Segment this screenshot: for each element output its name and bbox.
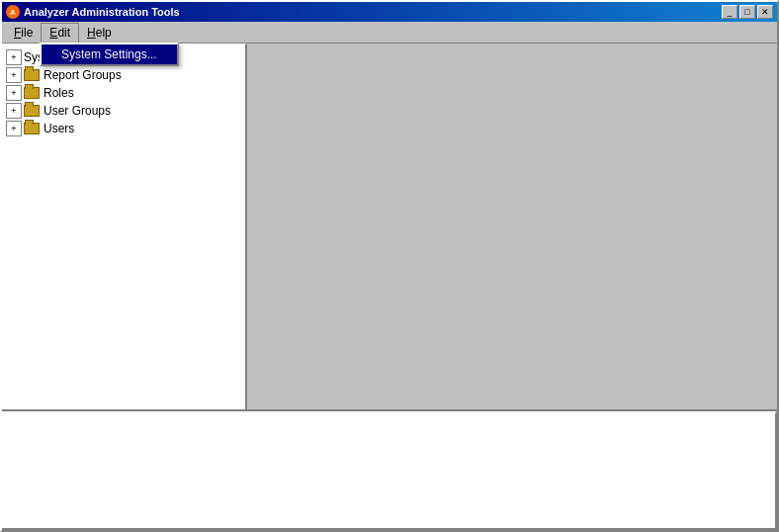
main-content: + System Settings... + Report Groups + R… xyxy=(2,44,777,530)
expand-users[interactable]: + xyxy=(6,121,22,136)
left-panel: + System Settings... + Report Groups + R… xyxy=(2,44,247,411)
folder-icon-users xyxy=(24,123,40,134)
split-area: + System Settings... + Report Groups + R… xyxy=(2,44,777,411)
minimize-button[interactable]: _ xyxy=(722,5,737,19)
tree-item-user-groups[interactable]: + User Groups xyxy=(2,102,245,120)
tree-item-report-groups[interactable]: + Report Groups xyxy=(2,66,245,84)
right-panel xyxy=(247,44,777,411)
app-icon-letter: A xyxy=(10,8,16,17)
bottom-panel xyxy=(2,411,777,530)
menu-item-help[interactable]: Help xyxy=(79,24,120,42)
menu-bar: File Edit Help System Settings... xyxy=(2,22,777,44)
restore-button[interactable]: □ xyxy=(739,5,755,19)
menu-item-edit-label: Edit xyxy=(49,26,70,40)
system-settings-menu-label: System Settings... xyxy=(61,47,157,61)
tree-label-user-groups: User Groups xyxy=(43,104,111,118)
close-button[interactable]: ✕ xyxy=(757,5,773,19)
folder-icon-user-groups xyxy=(24,105,40,117)
title-bar-left: A Analyzer Administration Tools xyxy=(6,5,180,19)
window-title: Analyzer Administration Tools xyxy=(24,6,180,18)
tree-label-report-groups: Report Groups xyxy=(43,68,122,82)
system-settings-menu-item[interactable]: System Settings... xyxy=(42,44,177,64)
expand-report-groups[interactable]: + xyxy=(6,67,22,83)
main-window: A Analyzer Administration Tools _ □ ✕ Fi… xyxy=(0,0,779,532)
expand-user-groups[interactable]: + xyxy=(6,103,22,119)
expand-system-settings[interactable]: + xyxy=(6,49,22,65)
menu-item-help-label: Help xyxy=(87,26,112,40)
menu-item-edit[interactable]: Edit xyxy=(41,23,79,43)
folder-icon-roles xyxy=(24,87,40,99)
menu-item-file-label: File xyxy=(14,26,33,40)
app-icon: A xyxy=(6,5,20,19)
tree-item-roles[interactable]: + Roles xyxy=(2,84,245,102)
title-bar: A Analyzer Administration Tools _ □ ✕ xyxy=(2,2,777,22)
tree-label-users: Users xyxy=(43,122,74,135)
title-buttons: _ □ ✕ xyxy=(722,5,773,19)
menu-item-file[interactable]: File xyxy=(6,24,41,42)
expand-roles[interactable]: + xyxy=(6,85,22,101)
tree-label-roles: Roles xyxy=(43,86,74,100)
folder-icon-report-groups xyxy=(24,69,40,81)
tree-item-users[interactable]: + Users xyxy=(2,120,245,137)
edit-dropdown-menu: System Settings... xyxy=(40,43,179,66)
